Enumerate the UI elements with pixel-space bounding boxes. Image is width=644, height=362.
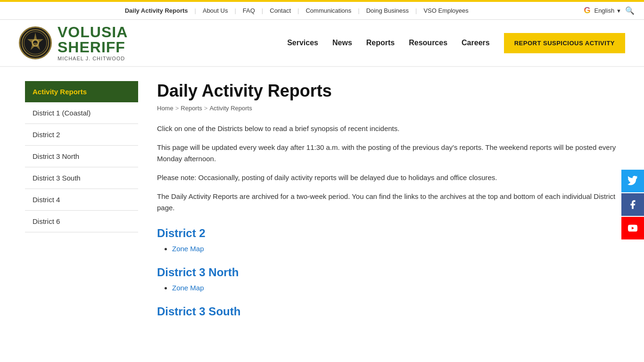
search-icon[interactable]: 🔍 [625, 6, 635, 15]
body-text-3: Please note: Occasionally, posting of da… [157, 172, 619, 183]
topbar-about[interactable]: About Us [196, 7, 234, 14]
body-text-1: Click on one of the Districts below to r… [157, 123, 619, 134]
facebook-button[interactable] [621, 193, 644, 216]
district-3-north-zone-map[interactable]: Zone Map [172, 284, 204, 292]
logo-name: MICHAEL J. CHITWOOD [58, 56, 128, 61]
sidebar-item-activity-reports[interactable]: Activity Reports [25, 81, 138, 102]
breadcrumb: Home > Reports > Activity Reports [157, 105, 619, 112]
page-title: Daily Activity Reports [157, 81, 619, 101]
report-suspicious-button[interactable]: REPORT SUSPICIOUS ACTIVITY [504, 33, 625, 53]
sidebar-item-district-2[interactable]: District 2 [25, 124, 138, 146]
sidebar-item-district-4[interactable]: District 4 [25, 189, 138, 211]
logo-volusia: VOLUSIA [58, 25, 128, 40]
topbar-doing-business[interactable]: Doing Business [360, 7, 415, 14]
sidebar-item-district-6[interactable]: District 6 [25, 211, 138, 232]
breadcrumb-reports[interactable]: Reports [181, 105, 202, 112]
breadcrumb-home[interactable]: Home [157, 105, 173, 112]
body-text-2: This page will be updated every week day… [157, 142, 619, 165]
logo-badge: VSO [19, 26, 52, 59]
topbar-vso-employees[interactable]: VSO Employees [417, 7, 475, 14]
logo-sheriff: SHERIFF [58, 40, 128, 55]
nav-news[interactable]: News [332, 37, 352, 49]
content-wrapper: Activity Reports District 1 (Coastal) Di… [16, 81, 628, 323]
google-icon: G [584, 6, 590, 16]
nav-services[interactable]: Services [287, 37, 318, 49]
twitter-button[interactable] [621, 170, 644, 192]
list-item: Zone Map [172, 245, 619, 253]
top-bar-links: Daily Activity Reports | About Us | FAQ … [9, 7, 584, 14]
chevron-down-icon: ▼ [616, 8, 621, 14]
header: VSO VOLUSIA SHERIFF MICHAEL J. CHITWOOD … [0, 20, 644, 67]
language-selector[interactable]: English ▼ [594, 7, 621, 14]
top-bar: Daily Activity Reports | About Us | FAQ … [0, 2, 644, 20]
topbar-contact[interactable]: Contact [263, 7, 297, 14]
topbar-faq[interactable]: FAQ [236, 7, 262, 14]
district-2-zone-map[interactable]: Zone Map [172, 245, 204, 253]
nav-reports[interactable]: Reports [366, 37, 395, 49]
youtube-button[interactable] [621, 217, 644, 239]
sidebar: Activity Reports District 1 (Coastal) Di… [25, 81, 138, 323]
sidebar-item-district-3-north[interactable]: District 3 North [25, 146, 138, 167]
nav-resources[interactable]: Resources [409, 37, 447, 49]
main-nav: Services News Reports Resources Careers … [287, 33, 625, 53]
sidebar-item-district-1[interactable]: District 1 (Coastal) [25, 102, 138, 124]
topbar-communications[interactable]: Communications [299, 7, 358, 14]
district-3-north-heading: District 3 North [157, 266, 619, 279]
district-3-north-links: Zone Map [157, 284, 619, 292]
district-2-heading: District 2 [157, 227, 619, 240]
logo[interactable]: VSO VOLUSIA SHERIFF MICHAEL J. CHITWOOD [19, 25, 128, 61]
top-bar-right: G English ▼ 🔍 [584, 6, 635, 16]
logo-text: VOLUSIA SHERIFF MICHAEL J. CHITWOOD [58, 25, 128, 61]
main-content: Daily Activity Reports Home > Reports > … [157, 81, 619, 323]
nav-careers[interactable]: Careers [462, 37, 490, 49]
district-3-south-heading: District 3 South [157, 305, 619, 318]
topbar-daily-activity[interactable]: Daily Activity Reports [118, 7, 195, 14]
svg-text:VSO: VSO [33, 42, 39, 45]
list-item: Zone Map [172, 284, 619, 292]
sidebar-item-district-3-south[interactable]: District 3 South [25, 167, 138, 189]
social-bar [621, 170, 644, 239]
district-2-links: Zone Map [157, 245, 619, 253]
breadcrumb-current: Activity Reports [209, 105, 252, 112]
body-text-4: The Daily Activity Reports are archived … [157, 191, 619, 214]
